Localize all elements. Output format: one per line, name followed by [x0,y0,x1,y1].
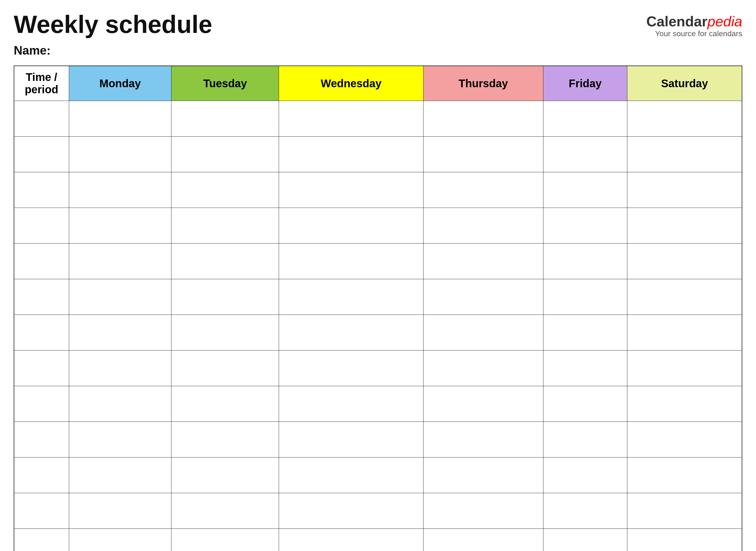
table-cell[interactable] [423,422,543,458]
table-cell[interactable] [69,458,171,493]
table-cell[interactable] [14,422,69,458]
table-cell[interactable] [171,101,279,137]
table-cell[interactable] [627,172,742,208]
table-cell[interactable] [279,422,423,458]
table-cell[interactable] [171,386,279,422]
table-cell[interactable] [69,101,171,137]
table-cell[interactable] [423,351,543,386]
table-cell[interactable] [543,279,627,315]
table-cell[interactable] [171,172,279,208]
table-cell[interactable] [627,422,742,458]
table-cell[interactable] [14,493,69,529]
table-cell[interactable] [171,208,279,243]
table-cell[interactable] [14,529,69,551]
page-header: Weekly schedule Calendarpedia Your sourc… [14,11,742,38]
table-cell[interactable] [14,279,69,315]
table-cell[interactable] [69,315,171,351]
table-cell[interactable] [171,137,279,172]
table-cell[interactable] [69,386,171,422]
table-cell[interactable] [14,386,69,422]
table-cell[interactable] [14,243,69,279]
table-row [14,315,742,351]
table-cell[interactable] [423,137,543,172]
table-cell[interactable] [69,529,171,551]
table-cell[interactable] [423,208,543,243]
table-cell[interactable] [627,351,742,386]
table-cell[interactable] [279,137,423,172]
table-cell[interactable] [423,243,543,279]
table-cell[interactable] [279,243,423,279]
table-cell[interactable] [69,208,171,243]
table-cell[interactable] [627,386,742,422]
table-cell[interactable] [171,458,279,493]
table-cell[interactable] [543,458,627,493]
table-row [14,458,742,493]
table-cell[interactable] [279,493,423,529]
table-cell[interactable] [423,493,543,529]
table-cell[interactable] [543,243,627,279]
table-cell[interactable] [14,315,69,351]
table-cell[interactable] [14,351,69,386]
table-cell[interactable] [279,351,423,386]
table-cell[interactable] [543,422,627,458]
table-cell[interactable] [279,386,423,422]
table-cell[interactable] [171,422,279,458]
table-cell[interactable] [543,386,627,422]
table-cell[interactable] [627,279,742,315]
logo-tagline: Your source for calendars [655,29,742,38]
table-cell[interactable] [171,351,279,386]
table-cell[interactable] [279,279,423,315]
table-cell[interactable] [543,208,627,243]
table-cell[interactable] [627,458,742,493]
table-cell[interactable] [171,243,279,279]
table-cell[interactable] [69,351,171,386]
table-cell[interactable] [69,172,171,208]
table-cell[interactable] [627,529,742,551]
table-cell[interactable] [279,529,423,551]
table-cell[interactable] [69,279,171,315]
table-cell[interactable] [69,493,171,529]
table-cell[interactable] [14,101,69,137]
table-cell[interactable] [423,315,543,351]
table-cell[interactable] [627,493,742,529]
table-cell[interactable] [171,315,279,351]
table-cell[interactable] [627,137,742,172]
table-cell[interactable] [14,172,69,208]
table-cell[interactable] [423,386,543,422]
table-cell[interactable] [279,208,423,243]
table-cell[interactable] [14,208,69,243]
table-cell[interactable] [543,172,627,208]
table-cell[interactable] [279,101,423,137]
table-cell[interactable] [69,243,171,279]
table-cell[interactable] [543,315,627,351]
table-cell[interactable] [543,493,627,529]
table-cell[interactable] [543,101,627,137]
table-row [14,172,742,208]
col-header-thursday: Thursday [423,66,543,101]
table-cell[interactable] [423,529,543,551]
table-cell[interactable] [279,315,423,351]
table-cell[interactable] [423,172,543,208]
logo-container: Calendarpedia Your source for calendars [646,11,742,38]
table-cell[interactable] [171,529,279,551]
table-cell[interactable] [543,351,627,386]
table-cell[interactable] [627,315,742,351]
table-cell[interactable] [279,458,423,493]
table-cell[interactable] [423,458,543,493]
table-row [14,422,742,458]
table-cell[interactable] [543,529,627,551]
table-cell[interactable] [69,137,171,172]
table-cell[interactable] [14,137,69,172]
table-cell[interactable] [171,279,279,315]
table-cell[interactable] [423,101,543,137]
table-cell[interactable] [279,172,423,208]
table-cell[interactable] [69,422,171,458]
table-cell[interactable] [627,101,742,137]
table-cell[interactable] [627,243,742,279]
col-header-saturday: Saturday [627,66,742,101]
table-cell[interactable] [171,493,279,529]
table-cell[interactable] [543,137,627,172]
table-cell[interactable] [14,458,69,493]
table-cell[interactable] [423,279,543,315]
table-cell[interactable] [627,208,742,243]
